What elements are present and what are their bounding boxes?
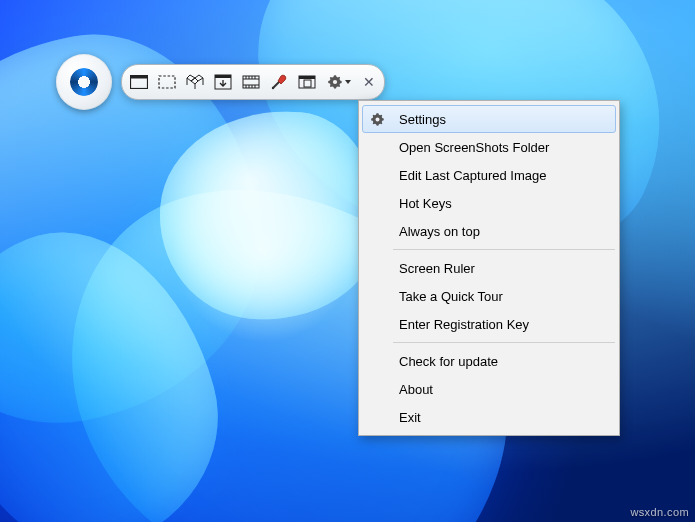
menu-separator: [393, 249, 615, 250]
menu-item-quick_tour[interactable]: Take a Quick Tour: [362, 282, 616, 310]
video-icon: [242, 74, 260, 90]
menu-item-label: Hot Keys: [399, 196, 452, 211]
menu-separator: [393, 342, 615, 343]
svg-point-23: [332, 80, 336, 84]
menu-item-always_top[interactable]: Always on top: [362, 217, 616, 245]
folder-icon: [298, 75, 316, 89]
settings-menu: SettingsOpen ScreenShots FolderEdit Last…: [358, 100, 620, 436]
gear-icon: [368, 110, 386, 128]
app-toolbar: ✕: [121, 64, 385, 100]
scroll-icon: [214, 74, 232, 90]
app-logo-ring-icon: [70, 68, 98, 96]
capture-window-button[interactable]: [184, 71, 206, 93]
menu-item-exit[interactable]: Exit: [362, 403, 616, 431]
settings-dropdown-button[interactable]: [324, 71, 354, 93]
capture-region-button[interactable]: [156, 71, 178, 93]
capture-fullscreen-button[interactable]: [128, 71, 150, 93]
gear-icon: [327, 74, 343, 90]
eyedropper-icon: [270, 73, 288, 91]
menu-item-label: Take a Quick Tour: [399, 289, 503, 304]
close-button[interactable]: ✕: [360, 71, 378, 93]
menu-item-label: Screen Ruler: [399, 261, 475, 276]
menu-item-screen_ruler[interactable]: Screen Ruler: [362, 254, 616, 282]
fullscreen-icon: [130, 75, 148, 89]
color-picker-button[interactable]: [268, 71, 290, 93]
menu-item-edit_last[interactable]: Edit Last Captured Image: [362, 161, 616, 189]
menu-item-enter_key[interactable]: Enter Registration Key: [362, 310, 616, 338]
svg-rect-1: [131, 76, 148, 79]
close-icon: ✕: [363, 75, 375, 89]
menu-item-about[interactable]: About: [362, 375, 616, 403]
svg-rect-21: [299, 76, 315, 79]
menu-item-label: Open ScreenShots Folder: [399, 140, 549, 155]
svg-rect-22: [304, 80, 311, 87]
menu-item-label: Edit Last Captured Image: [399, 168, 546, 183]
menu-item-hot_keys[interactable]: Hot Keys: [362, 189, 616, 217]
record-video-button[interactable]: [240, 71, 262, 93]
chevron-down-icon: [344, 78, 352, 86]
menu-item-label: Check for update: [399, 354, 498, 369]
svg-rect-8: [243, 76, 259, 88]
app-logo: [56, 54, 112, 110]
menu-item-label: Enter Registration Key: [399, 317, 529, 332]
menu-item-label: Settings: [399, 112, 446, 127]
window-icon: [186, 74, 204, 90]
menu-item-label: Exit: [399, 410, 421, 425]
menu-item-open_folder[interactable]: Open ScreenShots Folder: [362, 133, 616, 161]
watermark: wsxdn.com: [630, 506, 689, 518]
svg-point-19: [272, 87, 274, 89]
capture-scroll-button[interactable]: [212, 71, 234, 93]
svg-point-24: [375, 117, 379, 121]
svg-rect-2: [159, 76, 175, 88]
menu-item-check_update[interactable]: Check for update: [362, 347, 616, 375]
menu-item-settings[interactable]: Settings: [362, 105, 616, 133]
region-icon: [158, 75, 176, 89]
menu-item-label: Always on top: [399, 224, 480, 239]
open-folder-button[interactable]: [296, 71, 318, 93]
menu-item-label: About: [399, 382, 433, 397]
svg-rect-7: [215, 75, 231, 78]
